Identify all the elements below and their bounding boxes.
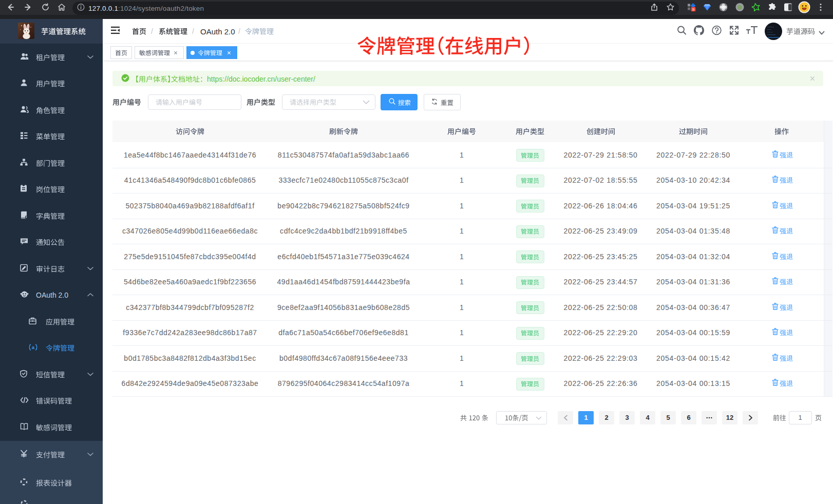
svg-text:9: 9 (692, 7, 695, 11)
svg-text:a: a (32, 344, 35, 350)
